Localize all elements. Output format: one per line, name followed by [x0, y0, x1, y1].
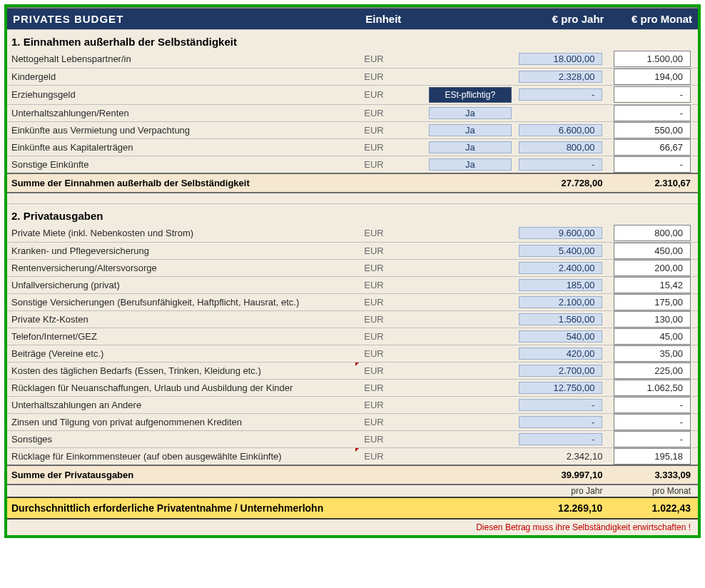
- month-cell: -: [609, 430, 698, 447]
- tax-spacer: [426, 379, 514, 396]
- expense-row: Sonstige Versicherungen (Berufsunfähigke…: [7, 293, 698, 310]
- row-unit: EUR: [360, 225, 426, 242]
- month-cell: 550,00: [609, 121, 698, 138]
- row-label: Unfallversicherung (privat): [7, 276, 360, 293]
- tax-dropdown[interactable]: Ja: [429, 124, 512, 136]
- month-value: 450,00: [614, 243, 691, 259]
- year-cell: 185,00: [514, 276, 610, 293]
- row-label: Zinsen und Tilgung von privat aufgenomme…: [7, 413, 360, 430]
- tax-dropdown[interactable]: Ja: [429, 107, 512, 119]
- row-unit: EUR: [360, 276, 426, 293]
- year-input[interactable]: 2.100,00: [519, 296, 603, 308]
- year-cell: 12.750,00: [514, 379, 610, 396]
- year-cell: 9.600,00: [514, 225, 610, 242]
- row-unit: EUR: [360, 310, 426, 328]
- year-cell: [514, 104, 610, 121]
- month-value: -: [614, 431, 691, 447]
- tax-dropdown[interactable]: Ja: [429, 158, 512, 171]
- year-input[interactable]: -: [519, 88, 603, 101]
- expense-row: Kranken- und PflegeversicherungEUR5.400,…: [7, 242, 698, 259]
- month-value: -: [614, 156, 691, 173]
- month-cell: 1.062,50: [609, 379, 698, 396]
- year-input[interactable]: 1.560,00: [519, 313, 603, 325]
- row-label: Unterhaltszahlungen/Renten: [7, 104, 360, 121]
- row-label: Sonstiges: [7, 430, 360, 447]
- row-unit: EUR: [360, 104, 426, 121]
- month-cell: -: [609, 413, 698, 430]
- tax-spacer: [426, 345, 514, 362]
- income-sum-year: 27.728,00: [514, 173, 610, 193]
- month-value: 35,00: [614, 345, 691, 362]
- expenses-heading: 2. Privatausgaben: [7, 204, 698, 225]
- year-cell: 2.342,10: [514, 447, 610, 465]
- year-input[interactable]: -: [519, 416, 603, 428]
- row-unit: EUR: [360, 85, 426, 104]
- year-cell: 540,00: [514, 328, 610, 345]
- row-label: Telefon/Internet/GEZ: [7, 328, 360, 345]
- budget-table: PRIVATES BUDGET Einheit € pro Jahr € pro…: [7, 9, 698, 535]
- row-label: Kranken- und Pflegeversicherung: [7, 242, 360, 259]
- income-sum-row: Summe der Einnahmen außerhalb der Selbst…: [7, 173, 698, 193]
- income-heading: 1. Einnahmen außerhalb der Selbständigke…: [7, 30, 698, 51]
- month-cell: 66,67: [609, 138, 698, 156]
- month-value: 195,18: [614, 448, 691, 465]
- year-input[interactable]: 9.600,00: [519, 227, 603, 239]
- month-value: 130,00: [614, 311, 691, 328]
- income-sum-month: 2.310,67: [609, 173, 698, 193]
- tax-spacer: [426, 225, 514, 242]
- footer-note-row: Diesen Betrag muss ihre Selbständigkeit …: [7, 519, 698, 535]
- year-input[interactable]: 18.000,00: [519, 53, 603, 65]
- year-input[interactable]: 5.400,00: [519, 245, 603, 257]
- tax-cell: [426, 51, 514, 68]
- expenses-sum-row: Summe der Privatausgaben 39.997,10 3.333…: [7, 465, 698, 485]
- row-label: Einkünfte aus Kapitalerträgen: [7, 138, 360, 156]
- month-cell: -: [609, 156, 698, 173]
- year-input[interactable]: 420,00: [519, 348, 603, 360]
- row-unit: EUR: [360, 413, 426, 430]
- year-input[interactable]: -: [519, 433, 603, 445]
- month-cell: -: [609, 85, 698, 104]
- row-label: Beiträge (Vereine etc.): [7, 345, 360, 362]
- year-input[interactable]: 2.700,00: [519, 365, 603, 377]
- month-cell: 130,00: [609, 310, 698, 328]
- expense-row: Telefon/Internet/GEZEUR540,0045,00: [7, 328, 698, 345]
- year-input[interactable]: -: [519, 399, 603, 411]
- tax-spacer: [426, 362, 514, 379]
- row-unit: EUR: [360, 345, 426, 362]
- footer-note: Diesen Betrag muss ihre Selbständigkeit …: [7, 519, 698, 535]
- month-cell: 225,00: [609, 362, 698, 379]
- year-input[interactable]: 800,00: [519, 141, 603, 153]
- year-cell: 6.600,00: [514, 121, 610, 138]
- month-cell: 450,00: [609, 242, 698, 259]
- tax-cell: Ja: [426, 104, 514, 121]
- month-value: 45,00: [614, 328, 691, 345]
- year-input[interactable]: 540,00: [519, 330, 603, 343]
- expenses-sum-month: 3.333,09: [609, 465, 698, 485]
- year-input[interactable]: 185,00: [519, 279, 603, 291]
- income-row: Einkünfte aus KapitalerträgenEURJa800,00…: [7, 138, 698, 156]
- prelabel-year: pro Jahr: [514, 485, 610, 497]
- prelabel-row: pro Jahr pro Monat: [7, 485, 698, 497]
- income-row: Sonstige EinkünfteEURJa--: [7, 156, 698, 173]
- year-cell: 1.560,00: [514, 310, 610, 328]
- income-section-head: 1. Einnahmen außerhalb der Selbständigke…: [7, 30, 698, 51]
- tax-dropdown[interactable]: Ja: [429, 141, 512, 153]
- year-input[interactable]: 2.400,00: [519, 262, 603, 274]
- year-cell: -: [514, 156, 610, 173]
- year-input[interactable]: 12.750,00: [519, 382, 603, 394]
- tax-cell: Ja: [426, 156, 514, 173]
- month-value: 200,00: [614, 260, 691, 276]
- year-input[interactable]: 2.328,00: [519, 71, 603, 83]
- month-value: -: [614, 86, 691, 103]
- expense-row: Beiträge (Vereine etc.)EUR420,0035,00: [7, 345, 698, 362]
- row-unit: EUR: [360, 379, 426, 396]
- header-tax-spacer: [426, 9, 514, 30]
- row-unit: EUR: [360, 259, 426, 276]
- tax-cell: Ja: [426, 121, 514, 138]
- row-label: Private Miete (inkl. Nebenkosten und Str…: [7, 225, 360, 242]
- row-label: Private Kfz-Kosten: [7, 310, 360, 328]
- year-input[interactable]: 6.600,00: [519, 124, 603, 136]
- year-cell: 800,00: [514, 138, 610, 156]
- year-input[interactable]: -: [519, 158, 603, 171]
- row-unit: EUR: [360, 138, 426, 156]
